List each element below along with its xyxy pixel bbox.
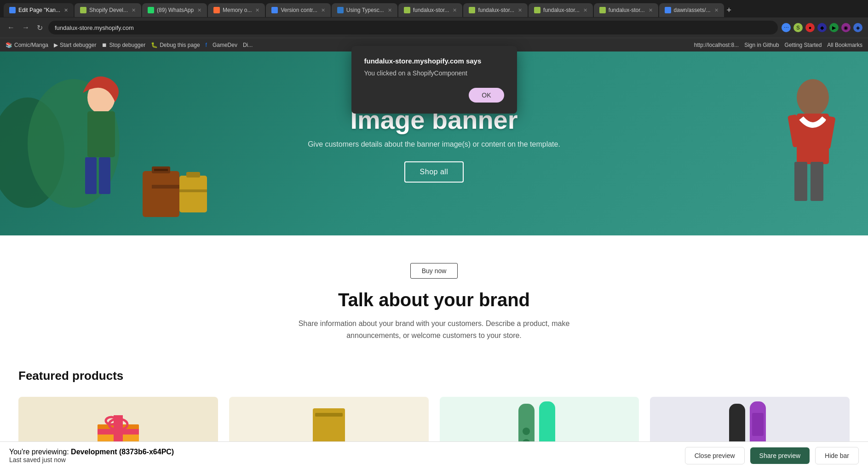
dialog-overlay: fundalux-store.myshopify.com says You cl…	[0, 0, 868, 469]
dialog-ok-button[interactable]: OK	[469, 88, 504, 103]
dialog-message: You clicked on a ShopifyComponent	[364, 69, 504, 77]
dialog-actions: OK	[364, 88, 504, 103]
dialog-box: fundalux-store.myshopify.com says You cl…	[351, 46, 517, 114]
dialog-title: fundalux-store.myshopify.com says	[364, 57, 504, 65]
